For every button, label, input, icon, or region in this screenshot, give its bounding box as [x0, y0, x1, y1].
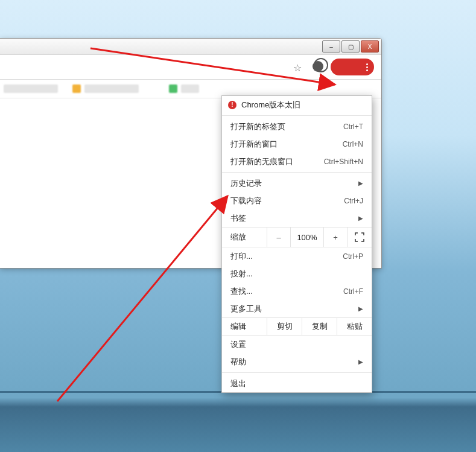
fullscreen-button[interactable]: [347, 232, 372, 242]
menu-shortcut: Ctrl+Shift+N: [324, 158, 363, 166]
menu-item-label: 查找...: [230, 286, 343, 297]
menu-item-label: 打开新的无痕窗口: [230, 156, 324, 167]
menu-separator: [222, 115, 372, 116]
minimize-icon: –: [329, 43, 333, 50]
browser-toolbar: ☆: [0, 55, 381, 80]
menu-shortcut: Ctrl+J: [344, 197, 363, 205]
menu-item-label: 历史记录: [230, 178, 358, 189]
menu-find[interactable]: 查找... Ctrl+F: [222, 282, 372, 300]
zoom-label: 缩放: [222, 228, 267, 247]
bookmark-item[interactable]: [169, 84, 177, 93]
menu-history[interactable]: 历史记录 ▶: [222, 174, 372, 192]
menu-shortcut: Ctrl+F: [343, 287, 363, 296]
vertical-dots-icon: [366, 63, 368, 71]
menu-edit-row: 编辑 剪切 复制 粘贴: [222, 317, 372, 336]
menu-exit[interactable]: 退出: [222, 375, 372, 392]
menu-bookmarks[interactable]: 书签 ▶: [222, 209, 372, 227]
menu-alert-chrome-outdated[interactable]: ! Chrome版本太旧: [222, 96, 372, 113]
cut-button[interactable]: 剪切: [267, 318, 302, 335]
copy-button[interactable]: 复制: [302, 318, 337, 335]
menu-new-tab[interactable]: 打开新的标签页 Ctrl+T: [222, 118, 372, 135]
submenu-arrow-icon: ▶: [358, 305, 363, 312]
menu-item-label: 打印...: [230, 251, 343, 262]
chrome-main-menu: ! Chrome版本太旧 打开新的标签页 Ctrl+T 打开新的窗口 Ctrl+…: [221, 95, 372, 393]
close-button[interactable]: X: [361, 40, 379, 53]
menu-alert-label: Chrome版本太旧: [241, 100, 363, 110]
zoom-in-button[interactable]: +: [324, 228, 347, 247]
profile-icon[interactable]: [313, 61, 323, 72]
submenu-arrow-icon: ▶: [358, 180, 363, 186]
menu-item-label: 设置: [230, 339, 363, 350]
menu-shortcut: Ctrl+P: [343, 252, 363, 261]
window-titlebar: – ▢ X: [0, 39, 381, 55]
menu-zoom-row: 缩放 – 100% +: [222, 227, 372, 247]
menu-item-label: 打开新的标签页: [230, 121, 343, 132]
menu-item-label: 退出: [230, 378, 363, 389]
menu-item-label: 帮助: [230, 357, 358, 368]
submenu-arrow-icon: ▶: [358, 215, 363, 221]
menu-new-incognito[interactable]: 打开新的无痕窗口 Ctrl+Shift+N: [222, 153, 372, 170]
menu-print[interactable]: 打印... Ctrl+P: [222, 247, 372, 265]
maximize-button[interactable]: ▢: [341, 40, 360, 53]
alert-icon: !: [228, 101, 236, 109]
menu-separator: [222, 172, 372, 173]
menu-shortcut: Ctrl+N: [343, 140, 363, 148]
bookmark-item[interactable]: [84, 84, 139, 93]
maximize-icon: ▢: [348, 43, 354, 50]
menu-downloads[interactable]: 下载内容 Ctrl+J: [222, 192, 372, 209]
menu-shortcut: Ctrl+T: [343, 123, 363, 131]
menu-item-label: 投射...: [230, 269, 363, 279]
menu-item-label: 书签: [230, 213, 358, 224]
menu-settings[interactable]: 设置: [222, 336, 372, 353]
bookmark-item[interactable]: [72, 84, 81, 93]
bookmark-star-icon[interactable]: ☆: [293, 62, 302, 74]
zoom-value: 100%: [291, 228, 324, 247]
zoom-out-button[interactable]: –: [267, 228, 291, 247]
menu-item-label: 打开新的窗口: [230, 139, 343, 150]
chrome-menu-button[interactable]: [331, 59, 374, 75]
paste-button[interactable]: 粘贴: [337, 318, 372, 335]
minimize-button[interactable]: –: [322, 40, 340, 53]
bookmark-item[interactable]: [181, 84, 199, 93]
menu-new-window[interactable]: 打开新的窗口 Ctrl+N: [222, 135, 372, 153]
close-icon: X: [368, 43, 372, 50]
edit-label: 编辑: [222, 318, 267, 335]
fullscreen-icon: [355, 232, 364, 242]
menu-more-tools[interactable]: 更多工具 ▶: [222, 300, 372, 317]
menu-item-label: 下载内容: [230, 196, 344, 206]
menu-separator: [222, 372, 372, 373]
menu-cast[interactable]: 投射...: [222, 265, 372, 282]
menu-help[interactable]: 帮助 ▶: [222, 353, 372, 371]
bookmark-item[interactable]: [4, 84, 58, 93]
menu-item-label: 更多工具: [230, 304, 358, 314]
submenu-arrow-icon: ▶: [358, 358, 363, 365]
